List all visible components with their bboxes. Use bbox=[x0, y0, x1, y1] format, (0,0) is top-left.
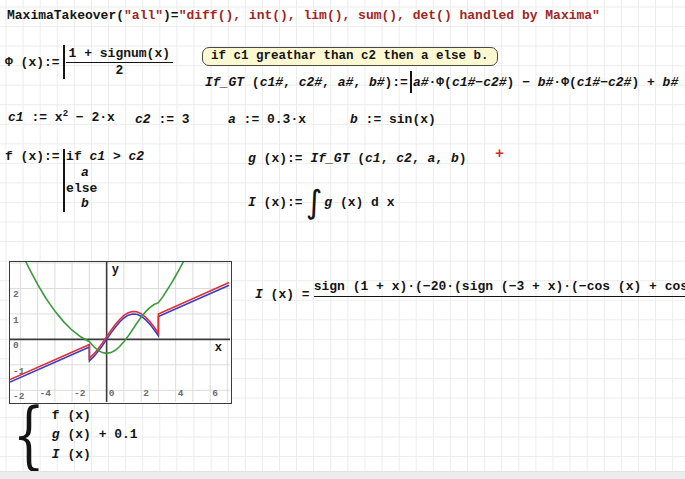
expr-segment: sign (1 + x)·(−20·(sign (−3 + x)·(−cos (… bbox=[314, 279, 685, 294]
expr-segment: − bbox=[600, 75, 608, 90]
plot-region[interactable]: -4-20246210-1-2xy bbox=[9, 261, 232, 404]
expr-segment: a# bbox=[338, 75, 354, 90]
integral-definition[interactable]: I (x):= ∫ g (x) d x bbox=[248, 185, 395, 219]
c2-definition[interactable]: c2 := 3 bbox=[135, 112, 190, 127]
system-bracket bbox=[63, 149, 66, 212]
x-tick-label: 2 bbox=[143, 388, 149, 399]
plot-legend[interactable]: { f (x)g (x) + 0.1I (x) bbox=[6, 405, 138, 465]
expr-segment: ) − bbox=[507, 75, 538, 90]
expr-segment: If_GT bbox=[310, 151, 349, 166]
else-row: else bbox=[66, 181, 144, 197]
expr-segment: Φ (x):= bbox=[5, 55, 60, 70]
y-tick-label: 0 bbox=[13, 340, 19, 351]
phi-lhs: Φ (x):= bbox=[5, 55, 60, 70]
result-lhs: I (x) = bbox=[255, 287, 310, 302]
integral-rhs: g (x) d x bbox=[324, 195, 394, 210]
expr-segment: c1 bbox=[90, 149, 106, 164]
integral-lhs: I (x):= bbox=[248, 195, 303, 210]
expr-segment: b bbox=[81, 196, 89, 211]
expr-segment: I bbox=[52, 447, 60, 462]
expr-segment: ) + bbox=[631, 75, 662, 90]
expr-segment: g bbox=[248, 151, 256, 166]
smath-worksheet: { "colors":{ "text":"#141414","string_re… bbox=[0, 0, 685, 479]
if-condition-row: if c1 > c2 bbox=[66, 149, 144, 165]
expr-segment: := 0.3·x bbox=[236, 112, 306, 127]
x-tick-label: 0 bbox=[109, 388, 115, 399]
expr-segment: (x):= bbox=[256, 151, 311, 166]
else-value-row: b bbox=[66, 196, 144, 212]
x-tick-label: -2 bbox=[74, 388, 86, 399]
expr-segment: c2# bbox=[299, 75, 322, 90]
legend-brace: { bbox=[13, 405, 45, 465]
expr-segment: ):= bbox=[384, 75, 407, 90]
expr-segment: c2# bbox=[608, 75, 631, 90]
annotation-note-text: if c1 greathar than c2 then a else b. bbox=[211, 49, 489, 63]
expr-segment: "diff(), int(), lim(), sum(), det() hand… bbox=[179, 8, 600, 23]
ifgt-definition[interactable]: If_GT (c1#, c2#, a#, b#):= a#·Φ(c1#−c2#)… bbox=[205, 71, 678, 93]
expr-segment: ·Φ( bbox=[429, 75, 452, 90]
legend-entry: f (x) bbox=[52, 406, 138, 426]
expr-segment: c2 bbox=[396, 151, 412, 166]
result-numerator: sign (1 + x)·(−20·(sign (−3 + x)·(−cos (… bbox=[314, 277, 685, 296]
expr-segment: if bbox=[66, 149, 89, 164]
x-axis-label: x bbox=[215, 341, 222, 355]
expr-segment: (x) bbox=[60, 447, 91, 462]
g-definition[interactable]: g (x):= If_GT (c1, c2, a, b) bbox=[248, 151, 467, 166]
expr-segment: (x):= bbox=[256, 195, 303, 210]
expr-segment: , bbox=[412, 151, 428, 166]
expr-segment: − bbox=[475, 75, 483, 90]
expr-segment: b# bbox=[369, 75, 385, 90]
expr-segment: c1# bbox=[577, 75, 600, 90]
expr-segment: , bbox=[435, 151, 451, 166]
insertion-cursor-icon[interactable]: + bbox=[495, 146, 504, 163]
expr-segment: , bbox=[322, 75, 338, 90]
expr-segment: else bbox=[66, 181, 97, 196]
ifgt-lhs: If_GT (c1#, c2#, a#, b#):= bbox=[205, 75, 408, 90]
expr-segment: − 2·x bbox=[68, 110, 115, 125]
result-fraction: sign (1 + x)·(−20·(sign (−3 + x)·(−cos (… bbox=[314, 277, 685, 312]
expr-segment: ( bbox=[349, 151, 365, 166]
expr-segment: f (x) bbox=[52, 408, 91, 423]
expr-segment: a bbox=[228, 112, 236, 127]
expr-segment: ( bbox=[244, 75, 260, 90]
c1-definition[interactable]: c1 := x2 − 2·x bbox=[8, 109, 115, 125]
expr-segment: := sin(x) bbox=[358, 112, 436, 127]
expr-segment: ) bbox=[459, 151, 467, 166]
fraction: 1 + signum(x) 2 bbox=[66, 46, 173, 79]
expr-segment: c2 bbox=[129, 149, 145, 164]
expr-segment: c2 bbox=[135, 112, 151, 127]
expr-segment: I bbox=[248, 195, 256, 210]
maxima-takeover-line[interactable]: MaximaTakeover("all")="diff(), int(), li… bbox=[7, 8, 600, 23]
expr-segment: c1 bbox=[8, 110, 24, 125]
plot-canvas: -4-20246210-1-2xy bbox=[10, 262, 230, 402]
integral-icon: ∫ bbox=[306, 185, 323, 219]
y-tick-label: 2 bbox=[13, 289, 19, 300]
expr-segment: g bbox=[52, 427, 60, 442]
expr-segment: b# bbox=[538, 75, 554, 90]
b-definition[interactable]: b := sin(x) bbox=[350, 112, 436, 127]
expr-segment: , bbox=[283, 75, 299, 90]
expr-segment: I bbox=[255, 287, 263, 302]
expr-segment: f (x):= bbox=[5, 149, 60, 164]
expr-segment: (x) = bbox=[263, 287, 310, 302]
y-axis-label: y bbox=[112, 263, 119, 277]
plot-curve-1 bbox=[10, 285, 229, 382]
expr-segment: b# bbox=[663, 75, 679, 90]
system-bracket bbox=[63, 45, 65, 79]
legend-entry: I (x) bbox=[52, 445, 138, 465]
legend-entries: f (x)g (x) + 0.1I (x) bbox=[52, 406, 138, 465]
annotation-note[interactable]: if c1 greathar than c2 then a else b. bbox=[202, 47, 498, 66]
f-definition[interactable]: f (x):= if c1 > c2 a else b bbox=[5, 149, 144, 212]
expr-segment: If_GT bbox=[205, 75, 244, 90]
expr-segment: , bbox=[381, 151, 397, 166]
expr-segment: c1# bbox=[452, 75, 475, 90]
phi-definition[interactable]: Φ (x):= 1 + signum(x) 2 bbox=[5, 45, 173, 79]
x-tick-label: 6 bbox=[212, 388, 218, 399]
expr-segment: , bbox=[353, 75, 369, 90]
result-denominator bbox=[314, 297, 685, 312]
expr-segment: "all" bbox=[124, 8, 163, 23]
integral-result[interactable]: I (x) = sign (1 + x)·(−20·(sign (−3 + x)… bbox=[255, 277, 685, 312]
worksheet-bottom-strip bbox=[0, 471, 685, 479]
fraction-denominator: 2 bbox=[112, 63, 126, 79]
a-definition[interactable]: a := 0.3·x bbox=[228, 112, 306, 127]
